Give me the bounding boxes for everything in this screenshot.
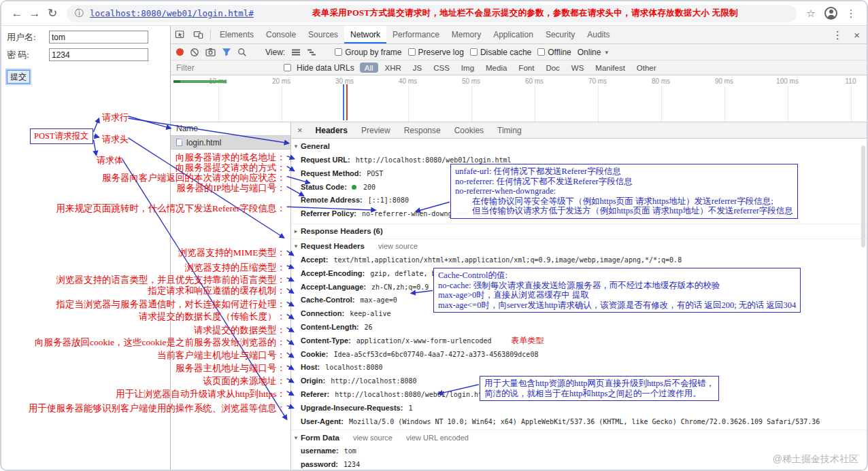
tab-elements[interactable]: Elements [214, 26, 260, 43]
resource-type-filter[interactable]: XHR [380, 63, 406, 73]
header-value: gzip, deflate, br [370, 270, 439, 277]
resource-type-filter[interactable]: JS [408, 63, 427, 73]
tick-label: 30 ms [335, 77, 354, 85]
filter-funnel-icon[interactable] [222, 48, 231, 56]
tab-application[interactable]: Application [487, 26, 539, 43]
header-value: [::1]:8080 [368, 196, 409, 204]
offline-checkbox[interactable] [537, 48, 545, 56]
info-icon[interactable]: ⓘ [75, 7, 84, 20]
tab-console[interactable]: Console [260, 26, 302, 43]
close-detail-icon[interactable]: × [291, 122, 309, 138]
group-by-frame-toggle: Group by frame [335, 48, 401, 57]
response-headers-section-header[interactable]: ▸ Response Headers (6) [291, 224, 867, 239]
page-content: 用户名: 密 码: 提交 [1, 26, 170, 470]
timeline-tick: 70 ms [566, 75, 629, 122]
tab-preview[interactable]: Preview [354, 122, 397, 138]
form-data-section-header[interactable]: ▾ Form Data view source view URL encoded [291, 430, 867, 444]
header-row: Accept: text/html,application/xhtml+xml,… [291, 254, 867, 267]
general-section-header[interactable]: ▾ General [291, 139, 867, 154]
username-input[interactable] [49, 31, 148, 43]
submit-button[interactable]: 提交 [7, 70, 30, 84]
password-row: 密 码: [7, 48, 170, 61]
tick-label: 40 ms [399, 77, 417, 85]
response-headers-title: Response Headers (6) [301, 227, 383, 235]
tab-network[interactable]: Network [344, 26, 386, 43]
request-list-header[interactable]: Name [171, 122, 290, 136]
screenshot-camera-icon[interactable] [205, 48, 216, 56]
tab-timing[interactable]: Timing [490, 122, 529, 138]
tab-sources[interactable]: Sources [302, 26, 344, 43]
filter-input[interactable] [176, 63, 278, 73]
header-value: 1 [408, 404, 412, 412]
view-source-link[interactable]: view source [378, 242, 418, 250]
url-text: localhost:8080/web01/login.html# [90, 8, 254, 18]
back-icon[interactable]: ← [8, 7, 26, 20]
timeline-tick: 110 [819, 75, 867, 122]
resource-type-filter[interactable]: Manifest [590, 63, 629, 73]
header-row: Referer: http://localhost:8080/web01/log… [291, 388, 867, 402]
search-icon[interactable] [237, 48, 247, 57]
tick-label: 100 ms [776, 77, 799, 85]
request-row[interactable]: login.html [171, 136, 290, 150]
list-view-icon[interactable] [291, 48, 301, 56]
tab-headers[interactable]: Headers [309, 122, 354, 138]
resource-type-filter[interactable]: Media [481, 63, 512, 73]
address-bar[interactable]: ⓘ localhost:8080/web01/login.html# 表单采用P… [67, 5, 797, 22]
scrollbar[interactable] [861, 145, 865, 247]
devtools-panel: Elements Console Sources Network Perform… [170, 26, 867, 470]
hide-data-urls-checkbox[interactable] [284, 64, 291, 71]
request-headers-title: Request Headers [301, 242, 365, 250]
param-name: password: [301, 460, 338, 468]
resource-type-filter[interactable]: WS [567, 63, 589, 73]
header-name: User-Agent: [301, 417, 344, 425]
inspect-element-icon[interactable] [171, 26, 189, 43]
resource-type-filter[interactable]: CSS [429, 63, 454, 73]
network-overview[interactable]: 10 ms 20 ms 30 ms 40 ms 50 ms 60 ms 70 m… [171, 75, 867, 122]
forward-icon[interactable]: → [26, 7, 44, 20]
timeline-ticks: 10 ms 20 ms 30 ms 40 ms 50 ms 60 ms 70 m… [171, 75, 867, 122]
reload-icon[interactable]: ↻ [44, 6, 61, 20]
timeline-tick: 100 ms [756, 75, 819, 122]
tab-performance[interactable]: Performance [386, 26, 446, 43]
browser-menu-icon[interactable]: ⋮ [842, 7, 860, 20]
header-name: Accept-Encoding: [301, 269, 365, 277]
header-name: Status Code: [301, 183, 347, 191]
devtools-menu-icon[interactable]: ⋮ [828, 26, 847, 43]
tab-memory[interactable]: Memory [446, 26, 487, 43]
header-value: keep-alive [350, 310, 390, 317]
resource-type-filter[interactable]: All [360, 63, 378, 73]
waterfall-view-icon[interactable] [307, 48, 316, 56]
clear-icon[interactable] [190, 48, 199, 57]
profile-avatar-icon[interactable] [824, 7, 837, 20]
group-by-frame-checkbox[interactable] [335, 48, 342, 56]
header-name: Host: [301, 363, 320, 371]
tab-audits[interactable]: Audits [581, 26, 616, 43]
tab-response[interactable]: Response [397, 122, 448, 138]
preserve-log-checkbox[interactable] [408, 48, 416, 56]
username-label: 用户名: [7, 31, 49, 43]
tab-cookies[interactable]: Cookies [448, 122, 490, 138]
device-toolbar-icon[interactable] [189, 26, 207, 43]
resource-type-filter[interactable]: Img [456, 63, 479, 73]
header-row: Content-Type: application/x-www-form-url… [291, 334, 867, 348]
request-headers-section-header[interactable]: ▾ Request Headers view source [291, 239, 867, 254]
bookmark-star-icon[interactable]: ☆ [802, 7, 820, 20]
resource-type-filter[interactable]: Doc [541, 63, 564, 73]
form-data-row: username: tom [291, 444, 867, 458]
view-source-link[interactable]: view source [353, 434, 393, 442]
header-value: 26 [365, 324, 373, 331]
expanded-triangle-icon: ▾ [291, 243, 301, 249]
timeline-tick: 20 ms [250, 75, 313, 122]
resource-type-filter[interactable]: Font [514, 63, 539, 73]
record-icon[interactable] [176, 48, 184, 56]
throttling-select[interactable]: Online ▾ [578, 48, 608, 57]
view-url-encoded-link[interactable]: view URL encoded [406, 434, 469, 442]
disable-cache-checkbox[interactable] [470, 48, 478, 56]
resource-type-filter[interactable]: Other [632, 63, 661, 73]
header-name: Cookie: [301, 350, 328, 358]
header-row: Accept-Language: zh-CN,zh;q=0.9 [291, 281, 867, 294]
header-name: Content-Type: [301, 336, 351, 345]
password-input[interactable] [49, 48, 148, 61]
devtools-close-icon[interactable]: × [847, 26, 867, 43]
tab-security[interactable]: Security [539, 26, 581, 43]
